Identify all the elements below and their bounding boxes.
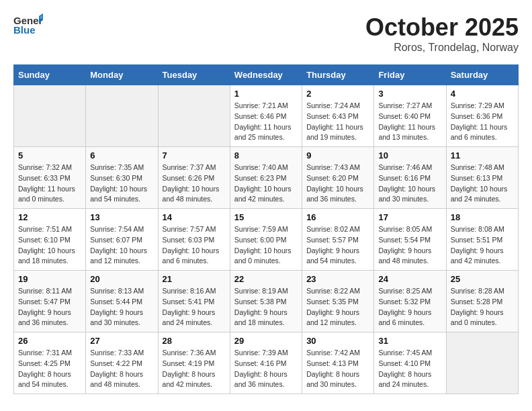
day-number: 4 (451, 89, 514, 99)
calendar-week-row: 5Sunrise: 7:32 AMSunset: 6:33 PMDaylight… (14, 147, 519, 209)
day-number: 27 (90, 336, 153, 346)
day-number: 31 (378, 336, 441, 346)
calendar-cell: 6Sunrise: 7:35 AMSunset: 6:30 PMDaylight… (86, 147, 158, 209)
day-number: 25 (451, 274, 514, 284)
cell-sun-info: Sunrise: 7:37 AMSunset: 6:26 PMDaylight:… (163, 163, 226, 205)
logo-icon: General Blue (13, 13, 43, 38)
calendar-cell: 24Sunrise: 8:25 AMSunset: 5:32 PMDayligh… (374, 271, 446, 332)
calendar-cell: 18Sunrise: 8:08 AMSunset: 5:51 PMDayligh… (446, 209, 518, 271)
cell-sun-info: Sunrise: 8:22 AMSunset: 5:35 PMDaylight:… (306, 286, 369, 328)
calendar-cell: 14Sunrise: 7:57 AMSunset: 6:03 PMDayligh… (158, 209, 230, 271)
weekday-header-row: SundayMondayTuesdayWednesdayThursdayFrid… (14, 65, 519, 85)
calendar-cell: 15Sunrise: 7:59 AMSunset: 6:00 PMDayligh… (230, 209, 302, 271)
calendar-cell: 26Sunrise: 7:31 AMSunset: 4:25 PMDayligh… (14, 332, 86, 394)
weekday-header: Monday (86, 65, 158, 85)
cell-sun-info: Sunrise: 7:29 AMSunset: 6:36 PMDaylight:… (451, 101, 514, 143)
calendar-cell: 4Sunrise: 7:29 AMSunset: 6:36 PMDaylight… (446, 85, 518, 147)
day-number: 22 (234, 274, 298, 284)
calendar-cell: 27Sunrise: 7:33 AMSunset: 4:22 PMDayligh… (86, 332, 158, 394)
day-number: 8 (234, 150, 298, 161)
day-number: 7 (163, 150, 226, 161)
calendar-cell: 23Sunrise: 8:22 AMSunset: 5:35 PMDayligh… (302, 271, 374, 332)
day-number: 9 (306, 150, 369, 161)
page-header: General Blue October 2025 Roros, Trondel… (13, 13, 519, 54)
cell-sun-info: Sunrise: 8:19 AMSunset: 5:38 PMDaylight:… (234, 286, 298, 328)
calendar-cell: 30Sunrise: 7:42 AMSunset: 4:13 PMDayligh… (302, 332, 374, 394)
day-number: 5 (18, 150, 81, 161)
day-number: 1 (234, 89, 298, 99)
day-number: 14 (163, 212, 226, 222)
month-title: October 2025 (365, 13, 519, 42)
day-number: 10 (378, 150, 441, 161)
calendar-cell: 5Sunrise: 7:32 AMSunset: 6:33 PMDaylight… (14, 147, 86, 209)
cell-sun-info: Sunrise: 7:46 AMSunset: 6:16 PMDaylight:… (378, 163, 441, 205)
calendar-cell: 28Sunrise: 7:36 AMSunset: 4:19 PMDayligh… (158, 332, 230, 394)
day-number: 24 (378, 274, 441, 284)
day-number: 13 (90, 212, 153, 222)
day-number: 29 (234, 336, 298, 346)
cell-sun-info: Sunrise: 8:08 AMSunset: 5:51 PMDaylight:… (451, 224, 514, 267)
weekday-header: Sunday (14, 65, 86, 85)
cell-sun-info: Sunrise: 8:28 AMSunset: 5:28 PMDaylight:… (451, 286, 514, 328)
calendar-week-row: 19Sunrise: 8:11 AMSunset: 5:47 PMDayligh… (14, 271, 519, 332)
calendar-cell: 31Sunrise: 7:45 AMSunset: 4:10 PMDayligh… (374, 332, 446, 394)
day-number: 15 (234, 212, 298, 222)
cell-sun-info: Sunrise: 8:11 AMSunset: 5:47 PMDaylight:… (18, 286, 81, 328)
calendar-cell: 3Sunrise: 7:27 AMSunset: 6:40 PMDaylight… (374, 85, 446, 147)
day-number: 2 (306, 89, 369, 99)
day-number: 30 (306, 336, 369, 346)
cell-sun-info: Sunrise: 7:57 AMSunset: 6:03 PMDaylight:… (163, 224, 226, 267)
calendar-cell (14, 85, 86, 147)
calendar-week-row: 1Sunrise: 7:21 AMSunset: 6:46 PMDaylight… (14, 85, 519, 147)
logo: General Blue (13, 13, 43, 38)
day-number: 19 (18, 274, 81, 284)
cell-sun-info: Sunrise: 7:59 AMSunset: 6:00 PMDaylight:… (234, 224, 298, 267)
day-number: 12 (18, 212, 81, 222)
cell-sun-info: Sunrise: 8:13 AMSunset: 5:44 PMDaylight:… (90, 286, 153, 328)
location-title: Roros, Trondelag, Norway (365, 42, 519, 54)
cell-sun-info: Sunrise: 7:45 AMSunset: 4:10 PMDaylight:… (378, 348, 441, 390)
day-number: 26 (18, 336, 81, 346)
calendar-cell: 17Sunrise: 8:05 AMSunset: 5:54 PMDayligh… (374, 209, 446, 271)
cell-sun-info: Sunrise: 8:05 AMSunset: 5:54 PMDaylight:… (378, 224, 441, 267)
cell-sun-info: Sunrise: 7:42 AMSunset: 4:13 PMDaylight:… (306, 348, 369, 390)
day-number: 21 (163, 274, 226, 284)
day-number: 17 (378, 212, 441, 222)
day-number: 28 (163, 336, 226, 346)
calendar-cell: 7Sunrise: 7:37 AMSunset: 6:26 PMDaylight… (158, 147, 230, 209)
calendar-cell: 1Sunrise: 7:21 AMSunset: 6:46 PMDaylight… (230, 85, 302, 147)
calendar-table: SundayMondayTuesdayWednesdayThursdayFrid… (13, 64, 519, 394)
cell-sun-info: Sunrise: 7:21 AMSunset: 6:46 PMDaylight:… (234, 101, 298, 143)
calendar-cell: 19Sunrise: 8:11 AMSunset: 5:47 PMDayligh… (14, 271, 86, 332)
day-number: 23 (306, 274, 369, 284)
cell-sun-info: Sunrise: 7:36 AMSunset: 4:19 PMDaylight:… (163, 348, 226, 390)
calendar-cell (446, 332, 518, 394)
title-block: October 2025 Roros, Trondelag, Norway (365, 13, 519, 54)
day-number: 11 (451, 150, 514, 161)
cell-sun-info: Sunrise: 8:25 AMSunset: 5:32 PMDaylight:… (378, 286, 441, 328)
cell-sun-info: Sunrise: 8:02 AMSunset: 5:57 PMDaylight:… (306, 224, 369, 267)
calendar-cell: 22Sunrise: 8:19 AMSunset: 5:38 PMDayligh… (230, 271, 302, 332)
calendar-cell: 8Sunrise: 7:40 AMSunset: 6:23 PMDaylight… (230, 147, 302, 209)
day-number: 20 (90, 274, 153, 284)
cell-sun-info: Sunrise: 7:27 AMSunset: 6:40 PMDaylight:… (378, 101, 441, 143)
cell-sun-info: Sunrise: 7:31 AMSunset: 4:25 PMDaylight:… (18, 348, 81, 390)
cell-sun-info: Sunrise: 7:51 AMSunset: 6:10 PMDaylight:… (18, 224, 81, 267)
weekday-header: Tuesday (158, 65, 230, 85)
day-number: 3 (378, 89, 441, 99)
calendar-cell (86, 85, 158, 147)
cell-sun-info: Sunrise: 7:48 AMSunset: 6:13 PMDaylight:… (451, 163, 514, 205)
weekday-header: Thursday (302, 65, 374, 85)
calendar-cell: 21Sunrise: 8:16 AMSunset: 5:41 PMDayligh… (158, 271, 230, 332)
calendar-cell: 29Sunrise: 7:39 AMSunset: 4:16 PMDayligh… (230, 332, 302, 394)
calendar-cell: 20Sunrise: 8:13 AMSunset: 5:44 PMDayligh… (86, 271, 158, 332)
svg-text:Blue: Blue (13, 24, 36, 36)
day-number: 18 (451, 212, 514, 222)
day-number: 16 (306, 212, 369, 222)
weekday-header: Saturday (446, 65, 518, 85)
cell-sun-info: Sunrise: 7:39 AMSunset: 4:16 PMDaylight:… (234, 348, 298, 390)
calendar-cell: 2Sunrise: 7:24 AMSunset: 6:43 PMDaylight… (302, 85, 374, 147)
calendar-cell: 13Sunrise: 7:54 AMSunset: 6:07 PMDayligh… (86, 209, 158, 271)
calendar-week-row: 26Sunrise: 7:31 AMSunset: 4:25 PMDayligh… (14, 332, 519, 394)
calendar-cell: 9Sunrise: 7:43 AMSunset: 6:20 PMDaylight… (302, 147, 374, 209)
